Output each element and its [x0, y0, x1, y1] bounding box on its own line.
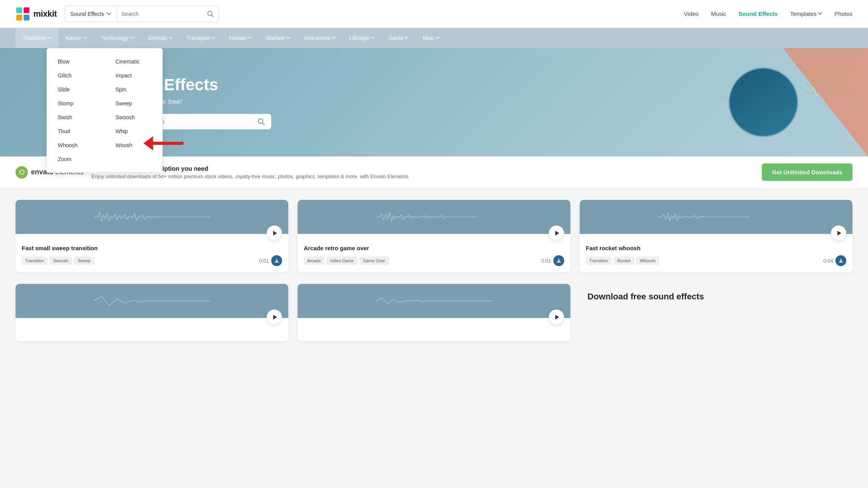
- play-icon-1: [272, 230, 277, 236]
- templates-chevron-icon: [818, 12, 822, 15]
- svg-rect-2: [16, 15, 22, 21]
- cat-nature[interactable]: Nature: [59, 28, 94, 48]
- search-button[interactable]: [202, 10, 219, 17]
- download-button-1[interactable]: [271, 255, 282, 266]
- play-icon-5: [554, 314, 560, 320]
- play-icon-3: [836, 230, 842, 236]
- cat-human[interactable]: Human: [222, 28, 259, 48]
- sound-card-info-1: Fast small sweep transition Transition S…: [16, 234, 288, 272]
- menu-item-zoom[interactable]: Zoom: [47, 152, 105, 166]
- play-button-card-3[interactable]: [831, 225, 846, 241]
- logo-text: mixkit: [33, 9, 57, 19]
- tag-videogame[interactable]: Video Game: [327, 257, 357, 265]
- sound-cards-section: Fast small sweep transition Transition S…: [0, 188, 868, 284]
- tag-rocket[interactable]: Rocket: [614, 257, 634, 265]
- menu-item-spin[interactable]: Spin: [105, 82, 162, 96]
- menu-item-glitch[interactable]: Glitch: [47, 69, 105, 82]
- cat-game[interactable]: Game: [382, 28, 416, 48]
- category-dropdown-button[interactable]: Sound Effects: [65, 6, 117, 22]
- tag-whoosh[interactable]: Whoosh: [636, 257, 659, 265]
- cat-transport[interactable]: Transport: [180, 28, 222, 48]
- tag-gameover[interactable]: Game Over: [360, 257, 389, 265]
- logo-icon: [16, 7, 30, 21]
- menu-item-woosh[interactable]: Woosh: [105, 138, 162, 152]
- nav-video[interactable]: Video: [684, 10, 699, 17]
- download-button-2[interactable]: [553, 255, 564, 266]
- menu-item-stomp[interactable]: Stomp: [47, 96, 105, 110]
- svg-marker-10: [273, 231, 277, 235]
- download-icon-3: [839, 258, 843, 263]
- hero-search-icon: [257, 118, 265, 125]
- svg-rect-0: [16, 7, 22, 13]
- menu-item-swish[interactable]: Swish: [47, 110, 105, 124]
- tag-arcade[interactable]: Arcade: [304, 257, 324, 265]
- envato-leaf-icon: ⬡: [16, 166, 28, 179]
- play-button-card-5[interactable]: [549, 309, 564, 325]
- menu-item-impact[interactable]: Impact: [105, 69, 162, 82]
- banner-subtext: Enjoy unlimited downloads of 54+ million…: [91, 174, 754, 179]
- sound-meta-1: Transition Swoosh Sweep 0:01: [22, 255, 282, 266]
- search-input-wrap: [117, 6, 219, 22]
- svg-marker-13: [273, 315, 277, 320]
- cat-misc[interactable]: Misc: [416, 28, 446, 48]
- cat-animals[interactable]: Animals: [141, 28, 180, 48]
- play-button-card-4[interactable]: [267, 309, 282, 325]
- svg-rect-3: [24, 15, 29, 21]
- transition-chevron-icon: [48, 36, 52, 40]
- svg-marker-14: [555, 315, 559, 320]
- duration-1: 0:01: [259, 258, 269, 264]
- play-button-card-1[interactable]: [267, 225, 282, 241]
- svg-line-9: [262, 123, 264, 125]
- download-button-3[interactable]: [835, 255, 846, 266]
- sound-card-4: [16, 284, 288, 341]
- menu-item-whoosh[interactable]: Whoosh: [47, 138, 105, 152]
- sound-title-2: Arcade retro game over: [304, 245, 564, 251]
- tag-transition-3[interactable]: Transition: [586, 257, 611, 265]
- header: mixkit Sound Effects Video Music Sound E…: [0, 0, 868, 28]
- cat-instrument[interactable]: Instrument: [297, 28, 342, 48]
- sound-card-thumb-3: [580, 200, 852, 234]
- menu-item-swoosh[interactable]: Swoosh: [105, 110, 162, 124]
- tag-sweep-1[interactable]: Sweep: [74, 257, 94, 265]
- cat-technology[interactable]: Technology: [94, 28, 141, 48]
- lifestyle-chevron-icon: [371, 36, 375, 40]
- technology-chevron-icon: [130, 36, 134, 40]
- nav-photos[interactable]: Photos: [834, 10, 852, 17]
- category-nav: Transition Nature Technology Animals Tra…: [0, 28, 868, 48]
- tag-transition-1[interactable]: Transition: [22, 257, 47, 265]
- menu-item-cinematic[interactable]: Cinematic: [105, 55, 162, 69]
- misc-chevron-icon: [436, 36, 439, 40]
- search-input[interactable]: [117, 6, 202, 22]
- menu-item-thud[interactable]: Thud: [47, 124, 105, 138]
- search-icon: [207, 10, 214, 17]
- sound-title-1: Fast small sweep transition: [22, 245, 282, 251]
- play-button-card-2[interactable]: [549, 225, 564, 241]
- cat-transition[interactable]: Transition: [16, 28, 59, 48]
- cat-lifestyle[interactable]: Lifestyle: [343, 28, 382, 48]
- menu-item-slide[interactable]: Slide: [47, 82, 105, 96]
- svg-marker-11: [555, 231, 559, 235]
- nav-music[interactable]: Music: [711, 10, 726, 17]
- game-chevron-icon: [405, 36, 409, 40]
- sound-card-info-4: [16, 318, 288, 341]
- svg-marker-12: [837, 231, 841, 235]
- menu-item-whip[interactable]: Whip: [105, 124, 162, 138]
- banner-text-area: the only creative subscription you need …: [91, 165, 754, 179]
- instrument-chevron-icon: [332, 36, 336, 40]
- sound-card-3: Fast rocket whoosh Transition Rocket Who…: [580, 200, 852, 272]
- tag-swoosh-1[interactable]: Swoosh: [50, 257, 72, 265]
- sound-card-info-2: Arcade retro game over Arcade Video Game…: [298, 234, 570, 272]
- download-title: Download free sound effects: [587, 292, 845, 302]
- menu-item-blow[interactable]: Blow: [47, 55, 105, 69]
- bottom-area: Download free sound effects: [0, 284, 868, 357]
- get-unlimited-button[interactable]: Get Unlimited Downloads: [762, 163, 852, 181]
- nav-sound-effects[interactable]: Sound Effects: [739, 10, 778, 17]
- play-icon-4: [272, 314, 277, 320]
- nav-templates[interactable]: Templates: [790, 10, 822, 17]
- download-icon-1: [274, 258, 279, 263]
- menu-item-sweep[interactable]: Sweep: [105, 96, 162, 110]
- sound-card-2: Arcade retro game over Arcade Video Game…: [298, 200, 570, 272]
- cat-warfare[interactable]: Warfare: [259, 28, 297, 48]
- main-nav: Video Music Sound Effects Templates Phot…: [684, 10, 852, 17]
- sound-title-3: Fast rocket whoosh: [586, 245, 846, 251]
